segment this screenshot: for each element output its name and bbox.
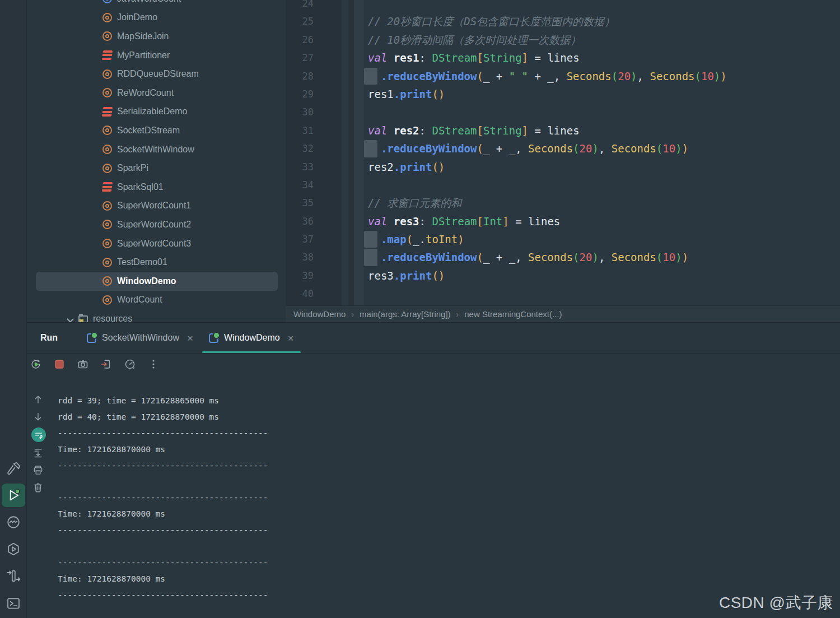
tree-item-sparksql01[interactable]: SparkSql01 bbox=[27, 178, 286, 197]
problems-icon[interactable] bbox=[6, 515, 21, 529]
breadcrumb-item[interactable]: new StreamingContext(...) bbox=[462, 309, 564, 319]
console-output[interactable]: rdd = 39; time = 1721628865000 msrdd = 4… bbox=[58, 393, 840, 618]
code-token: ) bbox=[592, 142, 598, 155]
tree-item-superwordcount2[interactable]: SuperWordCount2 bbox=[27, 215, 286, 234]
tree-item-label: WordCount bbox=[117, 295, 162, 305]
io-flow-icon[interactable] bbox=[6, 569, 21, 583]
scala-object-icon bbox=[102, 201, 112, 211]
tree-item-sparkpi[interactable]: SparkPi bbox=[27, 159, 286, 178]
code-token: res2 bbox=[368, 161, 394, 173]
tree-item-label: RDDQueueDStream bbox=[117, 69, 199, 79]
run-tab-socketwithwindow[interactable]: SocketWithWindow× bbox=[79, 323, 201, 353]
code-token: () bbox=[432, 88, 445, 100]
code-token: : bbox=[419, 52, 432, 64]
code-area[interactable]: // 20秒窗口长度（DS包含窗口长度范围内的数据）// 10秒滑动间隔（多次时… bbox=[364, 0, 840, 305]
code-token: DStream bbox=[432, 52, 477, 64]
code-token: lines bbox=[547, 52, 579, 64]
scroll-end-icon[interactable] bbox=[31, 446, 45, 459]
line-number: 28 bbox=[286, 67, 342, 85]
code-token: DStream bbox=[432, 215, 477, 227]
close-icon[interactable]: × bbox=[288, 333, 294, 343]
chevron-down-icon[interactable] bbox=[66, 315, 74, 322]
code-token: [ bbox=[477, 52, 483, 64]
rerun-icon[interactable] bbox=[30, 358, 42, 370]
services-icon[interactable] bbox=[6, 542, 21, 556]
tree-item-resources[interactable]: resources bbox=[27, 309, 286, 322]
line-number: 36 bbox=[286, 212, 342, 230]
code-line: .reduceByWindow(_ + " " + _, Seconds(20)… bbox=[364, 67, 840, 85]
running-app-icon bbox=[209, 333, 218, 343]
tree-item-mapsidejoin[interactable]: MapSideJoin bbox=[27, 27, 286, 46]
breadcrumb-item[interactable]: main(args: Array[String]) bbox=[357, 309, 453, 319]
tree-item-serializabledemo[interactable]: SerializableDemo bbox=[27, 103, 286, 122]
tree-item-joindemo[interactable]: JoinDemo bbox=[27, 8, 286, 27]
run-panel-title: Run bbox=[40, 333, 58, 343]
project-tree[interactable]: JavaWordCountJoinDemoMapSideJoinMyPartit… bbox=[27, 0, 286, 322]
run-tab-windowdemo[interactable]: WindowDemo× bbox=[201, 323, 302, 353]
line-number: 31 bbox=[286, 122, 342, 140]
code-token: ) bbox=[720, 70, 726, 82]
tree-item-wordcount[interactable]: WordCount bbox=[27, 291, 286, 310]
console-line: ----------------------------------------… bbox=[58, 458, 840, 474]
code-token: ( bbox=[477, 251, 483, 263]
code-token: ( bbox=[656, 251, 662, 263]
tree-item-socketwithwindow[interactable]: SocketWithWindow bbox=[27, 140, 286, 159]
code-token: val bbox=[368, 52, 387, 64]
terminal-icon[interactable] bbox=[6, 596, 21, 611]
soft-wrap-icon[interactable] bbox=[31, 428, 46, 442]
arrow-up-icon[interactable] bbox=[31, 393, 45, 406]
gauge-icon[interactable] bbox=[124, 358, 136, 370]
code-token: .reduceByWindow bbox=[381, 70, 477, 82]
code-line bbox=[364, 0, 840, 12]
run-tool-window: Run SocketWithWindow×WindowDemo× rdd = 3… bbox=[27, 322, 840, 618]
run-play-icon[interactable] bbox=[2, 484, 25, 507]
tree-item-label: MapSideJoin bbox=[117, 31, 169, 41]
running-app-icon bbox=[87, 333, 96, 343]
tree-item-rewordcount[interactable]: ReWordCount bbox=[27, 83, 286, 103]
scala-object-icon bbox=[102, 145, 112, 154]
trash-icon[interactable] bbox=[31, 481, 45, 494]
code-token: String bbox=[483, 52, 522, 64]
code-token: = bbox=[528, 124, 547, 137]
tree-item-label: ReWordCount bbox=[117, 88, 174, 98]
tree-item-testdemo01[interactable]: TestDemo01 bbox=[27, 253, 286, 272]
arrow-down-icon[interactable] bbox=[31, 410, 45, 424]
console-line: ----------------------------------------… bbox=[58, 490, 840, 506]
code-line: res3.print() bbox=[364, 267, 840, 285]
code-token: ] bbox=[502, 215, 508, 227]
code-token: + _, bbox=[528, 70, 567, 82]
code-token: .print bbox=[394, 88, 432, 100]
tree-item-javawordcount[interactable]: JavaWordCount bbox=[27, 0, 286, 8]
camera-icon[interactable] bbox=[77, 358, 89, 370]
run-tab-label: SocketWithWindow bbox=[102, 333, 179, 343]
close-icon[interactable]: × bbox=[187, 333, 193, 343]
editor-gutter[interactable]: 2425262728293031323334353637383940 bbox=[286, 0, 364, 305]
breadcrumb-item[interactable]: WindowDemo bbox=[291, 309, 348, 319]
line-number: 34 bbox=[286, 176, 342, 194]
code-token: Seconds bbox=[528, 251, 573, 263]
tree-item-mypartitioner[interactable]: MyPartitioner bbox=[27, 46, 286, 65]
scala-object-icon bbox=[102, 88, 112, 97]
exit-snapshot-icon[interactable] bbox=[100, 358, 113, 370]
code-token: _ + _, bbox=[483, 142, 528, 155]
code-token: ( bbox=[656, 142, 662, 155]
stop-icon[interactable] bbox=[53, 358, 66, 370]
tree-item-superwordcount3[interactable]: SuperWordCount3 bbox=[27, 234, 286, 253]
tree-item-label: JavaWordCount bbox=[117, 0, 181, 4]
tree-item-label: SocketDStream bbox=[117, 126, 180, 136]
code-token: ) bbox=[458, 233, 464, 245]
scala-object-icon bbox=[102, 31, 112, 41]
code-token: // 10秒滑动间隔（多次时间处理一次数据） bbox=[368, 34, 581, 46]
tree-item-windowdemo[interactable]: WindowDemo bbox=[36, 272, 278, 291]
code-token: ( bbox=[477, 70, 483, 82]
tree-item-superwordcount1[interactable]: SuperWordCount1 bbox=[27, 197, 286, 216]
more-vertical-icon[interactable] bbox=[147, 358, 160, 370]
tree-item-socketdstream[interactable]: SocketDStream bbox=[27, 121, 286, 140]
code-token bbox=[387, 52, 393, 64]
line-number: 27 bbox=[286, 49, 342, 67]
scala-object-icon bbox=[102, 239, 112, 248]
print-icon[interactable] bbox=[31, 463, 45, 477]
code-line: // 求窗口元素的和 bbox=[364, 194, 840, 212]
build-hammer-icon[interactable] bbox=[6, 462, 21, 476]
tree-item-rddqueuedstream[interactable]: RDDQueueDStream bbox=[27, 64, 286, 83]
